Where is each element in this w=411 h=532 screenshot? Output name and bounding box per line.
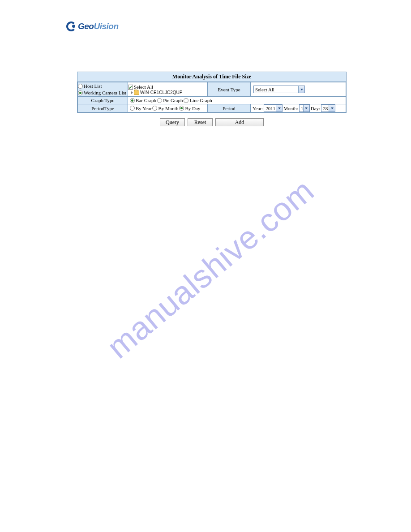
radio-icon (157, 98, 162, 103)
period-type-cell: By Year By Month By Day (128, 104, 208, 112)
radio-icon (179, 106, 184, 111)
reset-button[interactable]: Reset (188, 118, 213, 126)
button-row: Query Reset Add (77, 118, 347, 126)
query-button[interactable]: Query (160, 118, 185, 126)
graph-type-bar-radio[interactable]: Bar Graph (130, 97, 157, 103)
period-label: Period (208, 104, 251, 112)
event-type-value: Select All (255, 87, 274, 92)
day-value: 28 (323, 106, 328, 111)
graph-type-line-label: Line Graph (189, 97, 212, 103)
analysis-panel: Monitor Analysis of Time File Size Host … (77, 72, 347, 113)
event-type-select[interactable]: Select All (253, 86, 305, 93)
year-label: Year: (253, 106, 263, 111)
radio-icon (152, 106, 157, 111)
logo: GeoUision (66, 21, 119, 31)
day-select[interactable]: 28 (321, 104, 335, 112)
radio-icon (130, 106, 135, 111)
year-value: 2011 (265, 106, 275, 111)
month-select[interactable]: 1 (299, 104, 310, 112)
graph-type-cell: Bar Graph Pie Graph Line Graph (128, 97, 346, 104)
period-type-year-radio[interactable]: By Year (130, 105, 152, 112)
watermark: manualshive.com (8, 68, 411, 470)
logo-text: GeoUision (78, 21, 119, 31)
month-label: Month: (283, 106, 298, 111)
select-all-checkbox[interactable]: Select All (128, 84, 207, 90)
tree-node[interactable]: WIN-CE1CLJC2QUP (128, 90, 207, 95)
select-all-label: Select All (134, 84, 153, 90)
radio-icon (78, 84, 83, 89)
panel-title: Monitor Analysis of Time File Size (77, 72, 346, 82)
period-type-month-label: By Month (158, 105, 178, 112)
radio-icon (130, 98, 135, 103)
list-type-cell: Host List Working Camera List (78, 82, 128, 97)
chevron-down-icon (298, 86, 304, 93)
graph-type-pie-label: Pie Graph (163, 97, 183, 103)
period-type-day-label: By Day (185, 105, 200, 112)
working-camera-list-label: Working Camera List (84, 90, 126, 96)
period-type-month-radio[interactable]: By Month (152, 105, 179, 112)
day-label: Day: (311, 106, 320, 111)
graph-type-bar-label: Bar Graph (136, 97, 156, 103)
chevron-down-icon (329, 105, 335, 112)
period-type-year-label: By Year (136, 105, 151, 112)
radio-icon (78, 90, 83, 95)
graph-type-pie-radio[interactable]: Pie Graph (157, 97, 184, 103)
event-type-label: Event Type (208, 82, 251, 97)
host-list-radio[interactable]: Host List (78, 83, 128, 89)
graph-type-label: Graph Type (78, 97, 128, 104)
chevron-down-icon (303, 105, 309, 112)
working-camera-list-radio[interactable]: Working Camera List (78, 90, 128, 96)
graph-type-line-radio[interactable]: Line Graph (184, 97, 213, 103)
period-cell: Year: 2011 Month: 1 Day: 28 (251, 104, 346, 112)
host-list-label: Host List (84, 83, 102, 89)
add-button[interactable]: Add (215, 118, 264, 126)
checkbox-icon (128, 85, 133, 90)
logo-geo: Geo (78, 21, 94, 31)
settings-grid: Host List Working Camera List Select All (77, 82, 346, 112)
period-type-day-radio[interactable]: By Day (179, 105, 201, 112)
period-type-label: PeriodType (78, 104, 128, 112)
expand-icon (131, 91, 133, 94)
chevron-down-icon (276, 105, 282, 112)
year-select[interactable]: 2011 (264, 104, 283, 112)
radio-icon (184, 98, 188, 103)
event-type-cell: Select All (251, 82, 346, 97)
tree-node-label: WIN-CE1CLJC2QUP (140, 90, 182, 95)
logo-swirl-icon (66, 21, 76, 31)
tree-cell: Select All WIN-CE1CLJC2QUP (128, 82, 208, 97)
logo-vision: Uision (94, 21, 118, 31)
folder-icon (134, 90, 139, 95)
